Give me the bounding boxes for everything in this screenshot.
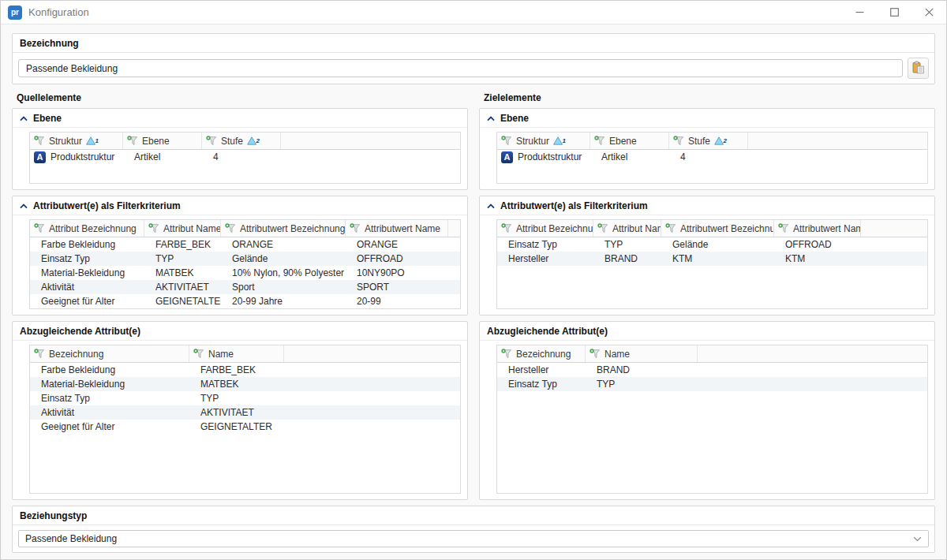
column-header[interactable]: Bezeichnung xyxy=(30,345,189,362)
column-header-ebene[interactable]: Ebene xyxy=(123,133,202,149)
column-header[interactable]: Attributwert Name xyxy=(346,220,448,237)
column-label: Stufe xyxy=(221,136,243,147)
column-header[interactable]: Attributwert Name xyxy=(774,220,861,237)
table-row[interactable]: HerstellerBRANDKTMKTM xyxy=(497,252,927,266)
title-bar: pr Konfiguration xyxy=(1,1,946,24)
filter-icon[interactable] xyxy=(206,136,217,146)
column-label: Attribut Bezeichnung xyxy=(49,223,137,234)
column-header-ebene[interactable]: Ebene xyxy=(590,133,669,149)
app-logo-icon: pr xyxy=(8,6,22,20)
table-cell: Material-Bekleidung xyxy=(30,267,144,278)
table-row[interactable]: HerstellerBRAND xyxy=(497,363,927,377)
group-title: Attributwert(e) als Filterkriterium xyxy=(500,200,648,211)
source-ebene-header[interactable]: Ebene xyxy=(13,109,467,128)
filter-icon[interactable] xyxy=(665,223,676,233)
column-header[interactable]: Bezeichnung xyxy=(497,345,586,362)
filter-icon[interactable] xyxy=(597,223,608,233)
table-row[interactable]: Material-BekleidungMATBEK10% Nylon, 90% … xyxy=(30,266,460,280)
table-row[interactable]: Einsatz TypTYP xyxy=(497,377,927,391)
table-cell: OFFROAD xyxy=(774,239,861,250)
target-filter-header[interactable]: Attributwert(e) als Filterkriterium xyxy=(480,196,934,215)
table-cell: BRAND xyxy=(593,253,661,264)
column-header-filler xyxy=(861,220,927,237)
table-cell: GEIGNETALTER xyxy=(189,421,284,432)
column-header-struktur[interactable]: Struktur 1 xyxy=(30,133,123,149)
beziehungstyp-select[interactable]: Passende Bekleidung xyxy=(18,530,929,547)
bezeichnung-panel: Bezeichnung xyxy=(12,33,935,84)
column-label: Attribut Name xyxy=(612,223,661,234)
table-cell: TYP xyxy=(144,253,221,264)
table-row[interactable]: A Produktstruktur Artikel 4 xyxy=(497,150,927,164)
table-row[interactable]: A Produktstruktur Artikel 4 xyxy=(30,150,460,164)
column-header[interactable]: Name xyxy=(586,345,698,362)
table-cell: KTM xyxy=(774,253,861,264)
filter-icon[interactable] xyxy=(127,136,138,146)
bezeichnung-input[interactable] xyxy=(18,59,903,77)
table-cell: Gelände xyxy=(221,253,346,264)
table-row[interactable]: Einsatz TypTYPGeländeOFFROAD xyxy=(497,237,927,252)
dialog-content: Bezeichnung xyxy=(1,24,946,559)
table-row[interactable]: Material-BekleidungMATBEK xyxy=(30,377,460,391)
filter-icon[interactable] xyxy=(193,349,204,359)
filter-icon[interactable] xyxy=(590,349,601,359)
column-label: Stufe xyxy=(688,136,710,147)
table-header: Bezeichnung Name xyxy=(30,345,460,363)
column-header[interactable]: Attribut Name xyxy=(144,220,221,237)
table-cell: OFFROAD xyxy=(346,253,448,264)
filter-icon[interactable] xyxy=(148,223,159,233)
table-row[interactable]: Einsatz TypTYPGeländeOFFROAD xyxy=(30,252,460,266)
column-header-filler xyxy=(448,220,460,237)
filter-icon[interactable] xyxy=(594,136,605,146)
filter-icon[interactable] xyxy=(501,349,512,359)
column-label: Struktur xyxy=(49,136,82,147)
column-header[interactable]: Attribut Name xyxy=(593,220,661,237)
source-filter-header[interactable]: Attributwert(e) als Filterkriterium xyxy=(13,196,467,215)
minimize-button[interactable] xyxy=(842,1,877,24)
target-match-header: Abzugleichende Attribut(e) xyxy=(480,322,934,341)
column-header[interactable]: Attribut Bezeichnung xyxy=(497,220,593,237)
column-header-filler xyxy=(748,133,927,149)
table-row[interactable]: AktivitätAKTIVITAETSportSPORT xyxy=(30,280,460,294)
column-header[interactable]: Attribut Bezeichnung xyxy=(30,220,144,237)
source-ebene-table: Struktur 1 Ebene xyxy=(29,132,461,184)
table-cell: Hersteller xyxy=(497,253,593,264)
filter-icon[interactable] xyxy=(501,223,512,233)
filter-icon[interactable] xyxy=(673,136,684,146)
filter-icon[interactable] xyxy=(225,223,236,233)
column-header[interactable]: Attributwert Bezeichnung xyxy=(661,220,774,237)
column-header[interactable]: Attributwert Bezeichnung xyxy=(221,220,346,237)
maximize-button[interactable] xyxy=(877,1,911,24)
column-header-stufe[interactable]: Stufe 2 xyxy=(202,133,281,149)
table-header: Struktur 1 Ebene xyxy=(30,133,460,150)
table-row[interactable]: AktivitätAKTIVITAET xyxy=(30,405,460,420)
column-label: Bezeichnung xyxy=(516,349,571,360)
close-button[interactable] xyxy=(911,1,946,24)
filter-icon[interactable] xyxy=(778,223,789,233)
column-header-stufe[interactable]: Stufe 2 xyxy=(669,133,748,149)
source-heading: Quellelemente xyxy=(12,91,468,108)
table-row[interactable]: Geeignet für AlterGEIGNETALTER20-99 Jahr… xyxy=(30,294,460,308)
column-header[interactable]: Name xyxy=(189,345,284,362)
filter-icon[interactable] xyxy=(34,223,45,233)
column-header-struktur[interactable]: Struktur 1 xyxy=(497,133,590,149)
filter-icon[interactable] xyxy=(34,136,45,146)
filter-icon[interactable] xyxy=(34,349,45,359)
table-row[interactable]: Farbe BekleidungFARBE_BEKORANGEORANGE xyxy=(30,237,460,252)
filter-icon[interactable] xyxy=(350,223,361,233)
konfiguration-window: pr Konfiguration Bezeichnung xyxy=(0,0,947,560)
target-filter-group: Attributwert(e) als Filterkriterium Attr… xyxy=(479,196,935,315)
table-cell: Einsatz Typ xyxy=(497,379,586,390)
filter-icon[interactable] xyxy=(501,136,512,146)
table-row[interactable]: Einsatz TypTYP xyxy=(30,391,460,405)
target-ebene-header[interactable]: Ebene xyxy=(480,109,934,128)
paste-button[interactable] xyxy=(908,58,929,79)
table-row[interactable]: Geeignet für AlterGEIGNETALTER xyxy=(30,420,460,434)
table-cell: Sport xyxy=(221,282,346,293)
sort-ascending-icon: 1 xyxy=(553,136,565,145)
table-cell: MATBEK xyxy=(189,379,284,390)
source-ebene-group: Ebene Struktur 1 xyxy=(12,108,468,190)
group-title: Abzugleichende Attribut(e) xyxy=(487,326,608,337)
table-cell: GEIGNETALTER xyxy=(144,296,221,307)
table-row[interactable]: Farbe BekleidungFARBE_BEK xyxy=(30,363,460,377)
table-cell: SPORT xyxy=(346,282,448,293)
